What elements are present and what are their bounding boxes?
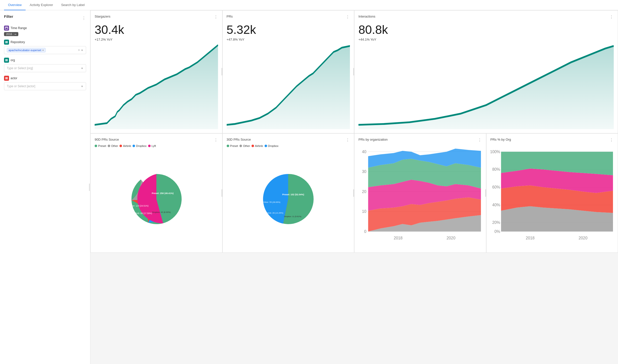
- legend-dropbox: Dropbox: [133, 144, 147, 147]
- svg-text:2018: 2018: [526, 236, 534, 240]
- card-prs-by-org: PRs by organization ⋮ 40 30 20 10 0: [354, 133, 486, 253]
- prs-by-org-resize-handle[interactable]: [485, 157, 486, 229]
- svg-rect-6: [5, 43, 8, 43]
- dashboard-grid: Stargazers ⋮ 30.4k +17.2% YoY: [90, 10, 618, 253]
- tab-overview[interactable]: Overview: [4, 0, 26, 10]
- filter-org: org Type or Select [org] ▼: [4, 58, 86, 72]
- svg-text:20%: 20%: [492, 220, 500, 225]
- legend-dropbox-label: Dropbox: [136, 144, 147, 147]
- legend-preset-label: Preset: [98, 144, 106, 147]
- card-stargazers: Stargazers ⋮ 30.4k +17.2% YoY: [90, 10, 222, 133]
- filter-actor: actor Type or Select [actor] ▼: [4, 76, 86, 90]
- svg-text:60%: 60%: [492, 185, 500, 189]
- card-interactions-more[interactable]: ⋮: [609, 15, 614, 19]
- repository-select[interactable]: apache/incubator-superset × × ▼: [4, 46, 86, 54]
- filter-sidebar: Filter ⋮ Time Range 2016 : ∞ Repository: [0, 10, 90, 364]
- filter-time-range: Time Range 2016 : ∞: [4, 26, 86, 36]
- org-chevron-icon: ▼: [81, 67, 83, 70]
- card-prs-pct-by-org-more[interactable]: ⋮: [609, 138, 614, 142]
- legend-lyft-dot: [148, 145, 151, 147]
- legend-lyft: Lyft: [148, 144, 156, 147]
- legend-preset-dot: [95, 145, 97, 147]
- svg-text:Preset: 102 (52.04%): Preset: 102 (52.04%): [282, 193, 304, 196]
- svg-text:30: 30: [362, 169, 366, 174]
- legend-preset: Preset: [95, 144, 106, 147]
- legend-30d-airbnb-dot: [252, 145, 254, 147]
- filter-repository-label: Repository: [4, 40, 86, 45]
- card-30d-prs-header: 30D PRs Source ⋮: [227, 138, 350, 142]
- card-30d-prs-more[interactable]: ⋮: [346, 138, 350, 142]
- card-90d-prs-more[interactable]: ⋮: [214, 138, 218, 142]
- card-90d-prs-legend: Preset Other Airbnb Dropbox: [95, 144, 218, 147]
- svg-text:Dropbox: 11 (5.61%): Dropbox: 11 (5.61%): [284, 215, 302, 218]
- legend-airbnb: Airbnb: [119, 144, 131, 147]
- card-prs-pct-by-org-chart: 100% 80% 60% 40% 20% 0%: [490, 144, 614, 248]
- legend-30d-dropbox-label: Dropbox: [268, 144, 279, 147]
- 30d-prs-resize-handle[interactable]: [353, 157, 354, 229]
- time-range-badge[interactable]: 2016 : ∞: [4, 32, 18, 36]
- card-90d-prs-title: 90D PRs Source: [95, 138, 119, 141]
- card-90d-prs: 90D PRs Source ⋮ Preset Other Airbnb: [90, 133, 222, 253]
- legend-30d-airbnb-label: Airbnb: [255, 144, 263, 147]
- filter-org-label: org: [4, 58, 86, 63]
- card-prs-by-org-chart: 40 30 20 10 0: [358, 144, 482, 248]
- main-layout: Filter ⋮ Time Range 2016 : ∞ Repository: [0, 10, 618, 364]
- legend-30d-preset-label: Preset: [230, 144, 238, 147]
- time-range-icon: [4, 26, 9, 31]
- svg-text:40%: 40%: [492, 203, 500, 207]
- svg-text:100%: 100%: [490, 149, 500, 154]
- card-stargazers-title: Stargazers: [95, 15, 110, 18]
- tab-search-by-label[interactable]: Search by Label: [57, 0, 89, 10]
- card-prs-pct-by-org-header: PRs % by Org ⋮: [490, 138, 614, 142]
- card-stargazers-more[interactable]: ⋮: [214, 15, 218, 19]
- svg-rect-5: [5, 42, 8, 42]
- repository-tag: apache/incubator-superset ×: [7, 48, 46, 52]
- svg-rect-9: [5, 61, 8, 61]
- svg-text:40: 40: [362, 149, 366, 154]
- actor-chevron-icon: ▼: [81, 85, 83, 88]
- legend-dropbox-dot: [133, 145, 135, 147]
- filter-time-range-label: Time Range: [4, 26, 86, 31]
- svg-rect-4: [5, 41, 8, 42]
- card-prs-by-org-more[interactable]: ⋮: [478, 138, 482, 142]
- svg-text:20: 20: [362, 189, 366, 194]
- 90d-prs-resize-handle[interactable]: [221, 157, 222, 229]
- card-prs-value: 5.32k: [227, 23, 350, 37]
- svg-text:2018: 2018: [394, 236, 402, 240]
- card-interactions: Interactions ⋮ 80.8k +44.1% YoY: [354, 10, 618, 133]
- svg-text:Dropbox: 42 (8.30%): Dropbox: 42 (8.30%): [152, 211, 171, 213]
- card-stargazers-header: Stargazers ⋮: [95, 15, 218, 19]
- svg-text:10: 10: [362, 209, 366, 214]
- prs-resize-handle[interactable]: [353, 35, 354, 109]
- org-select[interactable]: Type or Select [org] ▼: [4, 64, 86, 72]
- sidebar-resize-handle[interactable]: [89, 10, 90, 364]
- tab-activity-explorer[interactable]: Activity Explorer: [26, 0, 57, 10]
- card-prs-more[interactable]: ⋮: [346, 15, 350, 19]
- legend-airbnb-label: Airbnb: [123, 144, 131, 147]
- repository-chevron-icon: ▼: [81, 49, 83, 52]
- filter-more-icon[interactable]: ⋮: [82, 16, 86, 21]
- stargazers-resize-handle[interactable]: [221, 35, 222, 109]
- legend-30d-other: Other: [239, 144, 250, 147]
- svg-rect-12: [5, 79, 8, 79]
- actor-select[interactable]: Type or Select [actor] ▼: [4, 82, 86, 90]
- svg-text:80%: 80%: [492, 167, 500, 171]
- legend-airbnb-dot: [119, 145, 122, 147]
- repository-tag-close[interactable]: ×: [42, 49, 44, 52]
- svg-text:2020: 2020: [579, 236, 587, 240]
- card-90d-prs-header: 90D PRs Source ⋮: [95, 138, 218, 142]
- legend-30d-dropbox: Dropbox: [265, 144, 279, 147]
- legend-30d-other-dot: [239, 145, 242, 147]
- card-prs-header: PRs ⋮: [227, 15, 350, 19]
- card-interactions-title: Interactions: [358, 15, 375, 18]
- svg-text:Preset: 250 (49.41%): Preset: 250 (49.41%): [152, 192, 173, 195]
- repository-clear-icon[interactable]: ×: [78, 48, 80, 52]
- svg-text:2020: 2020: [447, 236, 455, 240]
- card-30d-prs: 30D PRs Source ⋮ Preset Other Airbnb: [222, 133, 354, 253]
- card-90d-prs-pie: Preset: 250 (49.41%) Other: 124 (24.51%)…: [95, 150, 218, 248]
- svg-text:Other: 124 (24.51%): Other: 124 (24.51%): [129, 205, 148, 207]
- card-interactions-chart: [358, 43, 614, 129]
- legend-30d-preset: Preset: [227, 144, 238, 147]
- actor-icon: [4, 76, 9, 81]
- svg-text:Other: 55 (28.06%): Other: 55 (28.06%): [263, 201, 280, 203]
